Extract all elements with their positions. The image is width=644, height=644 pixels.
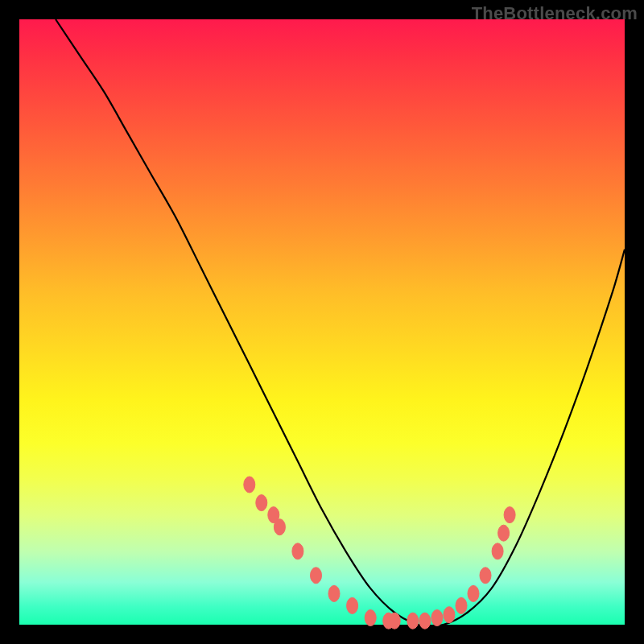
highlight-dot bbox=[504, 507, 515, 523]
highlight-dot bbox=[468, 585, 479, 601]
highlight-dot bbox=[274, 519, 285, 535]
highlight-dot bbox=[492, 543, 503, 559]
highlight-dot bbox=[347, 597, 358, 613]
highlight-dot bbox=[328, 585, 340, 601]
highlight-dot bbox=[480, 568, 491, 584]
highlight-dot bbox=[407, 613, 419, 629]
highlight-dot bbox=[431, 610, 443, 626]
highlight-dot bbox=[244, 477, 255, 493]
highlight-dot bbox=[311, 568, 322, 584]
curve-line bbox=[56, 19, 625, 626]
highlight-dot bbox=[419, 613, 431, 629]
highlight-dot bbox=[456, 597, 467, 613]
bottleneck-curve bbox=[19, 19, 625, 625]
highlight-dot bbox=[498, 525, 510, 541]
highlight-dot bbox=[444, 607, 455, 623]
chart-plot-area bbox=[19, 19, 625, 625]
highlight-dot bbox=[389, 613, 400, 629]
highlight-dot bbox=[256, 495, 267, 511]
highlight-dot bbox=[292, 543, 303, 559]
watermark-text: TheBottleneck.com bbox=[472, 3, 638, 24]
highlight-dot bbox=[365, 610, 376, 626]
